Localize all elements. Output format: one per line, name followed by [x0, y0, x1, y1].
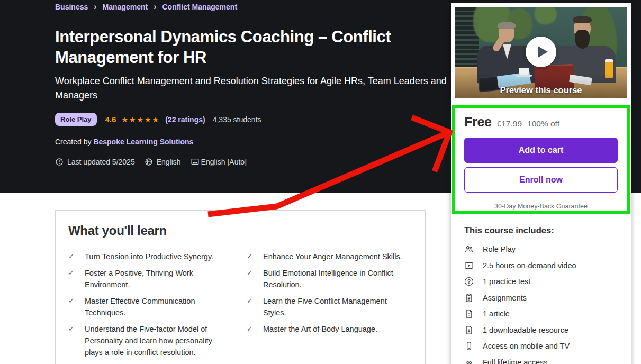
breadcrumb-link-conflict-management[interactable]: Conflict Management — [162, 3, 237, 11]
closed-captions-icon — [191, 157, 200, 166]
check-icon — [68, 323, 76, 358]
juice-glass-decor — [605, 59, 613, 78]
learn-item-text: Build Emotional Intelligence in Conflict… — [263, 267, 406, 290]
purchase-sidebar-card: Preview this course Free €17.99 100% off… — [451, 3, 631, 364]
chevron-right-icon — [94, 3, 96, 11]
learn-item: Master Effective Communication Technique… — [68, 295, 234, 319]
play-button[interactable] — [526, 37, 556, 67]
learn-item-text: Master Effective Communication Technique… — [85, 295, 228, 319]
price-row: Free €17.99 100% off — [464, 114, 618, 130]
breadcrumb-link-business[interactable]: Business — [55, 3, 88, 11]
learn-item: Learn the Five Conflict Management Style… — [247, 295, 412, 319]
infinity-icon — [464, 358, 474, 364]
includes-item: Role Play — [464, 241, 618, 258]
role-play-badge: Role Play — [55, 113, 97, 126]
question-circle-icon — [464, 277, 474, 286]
money-back-guarantee: 30-Day Money-Back Guarantee — [464, 203, 618, 210]
learn-item: Understand the Five-factor Model of Pers… — [68, 323, 234, 358]
students-count: 4,335 students — [213, 115, 261, 124]
learn-item-text: Learn the Five Conflict Management Style… — [263, 295, 406, 319]
course-subtitle: Workplace Conflict Management and Resolu… — [55, 74, 468, 103]
price-discount: 100% off — [527, 119, 559, 129]
play-icon — [538, 46, 548, 58]
check-icon — [247, 323, 254, 358]
includes-item: 2.5 hours on-demand video — [464, 258, 618, 274]
includes-label: 1 downloadable resource — [483, 326, 568, 334]
what-youll-learn-title: What you'll learn — [68, 223, 412, 238]
video-thumbnail[interactable]: Preview this course — [455, 7, 627, 98]
ratings-count-link[interactable]: (22 ratings) — [165, 115, 205, 124]
learn-item-text: Understand the Five-factor Model of Pers… — [85, 323, 228, 358]
course-title: Interpersonal Dynamics Coaching – Confli… — [55, 26, 464, 68]
add-to-cart-button[interactable]: Add to cart — [464, 138, 618, 163]
person-right — [552, 18, 616, 83]
includes-item: 1 article — [464, 306, 618, 322]
rating-row: Role Play 4.6 ★★★★★☆ (22 ratings) 4,335 … — [55, 113, 261, 126]
learn-item: Turn Tension into Productive Synergy. — [68, 251, 234, 262]
learn-item-text: Turn Tension into Productive Synergy. — [85, 251, 213, 262]
includes-item: Full lifetime access — [464, 354, 618, 364]
learn-item-text: Master the Art of Body Language. — [263, 323, 377, 358]
price-original: €17.99 — [497, 119, 522, 129]
globe-icon — [145, 158, 153, 166]
check-icon — [68, 251, 76, 262]
users-icon — [464, 244, 474, 254]
includes-label: Full lifetime access — [483, 358, 547, 364]
hero-content: Business Management Conflict Management … — [55, 0, 470, 193]
breadcrumb: Business Management Conflict Management — [55, 3, 237, 11]
last-updated: Last updated 5/2025 — [55, 158, 135, 166]
article-icon — [464, 309, 474, 319]
includes-item: 1 downloadable resource — [464, 322, 618, 339]
includes-label: 1 article — [483, 310, 510, 318]
enroll-now-button[interactable]: Enroll now — [464, 167, 618, 193]
check-icon — [247, 267, 254, 290]
captions-label: English [Auto] — [201, 158, 247, 166]
instructor-link[interactable]: Bespoke Learning Solutions — [93, 138, 193, 146]
includes-label: Role Play — [483, 245, 516, 253]
learn-item-text: Foster a Positive, Thriving Work Environ… — [85, 267, 228, 290]
chevron-right-icon — [154, 3, 156, 11]
rating-value: 4.6 — [105, 115, 116, 124]
mobile-icon — [464, 341, 474, 351]
includes-label: 2.5 hours on-demand video — [483, 261, 576, 270]
course-includes-title: This course includes: — [464, 225, 618, 235]
check-icon — [247, 295, 254, 319]
check-icon — [247, 251, 254, 262]
includes-label: Assignments — [483, 294, 527, 302]
includes-label: 1 practice test — [483, 277, 530, 286]
created-by-row: Created by Bespoke Learning Solutions — [55, 138, 193, 146]
learn-item: Master the Art of Body Language. — [247, 323, 412, 358]
purchase-section: Free €17.99 100% off Add to cart Enroll … — [451, 114, 631, 364]
course-meta-row: Last updated 5/2025 English English [Aut… — [55, 157, 247, 166]
includes-item: Assignments — [464, 290, 618, 306]
includes-item: 1 practice test — [464, 274, 618, 290]
star-rating: ★★★★★☆ — [121, 115, 160, 124]
learn-items-grid: Turn Tension into Productive Synergy. En… — [68, 251, 412, 364]
what-youll-learn-panel: What you'll learn Turn Tension into Prod… — [55, 210, 426, 364]
learn-item-text: Enhance Your Anger Management Skills. — [263, 251, 402, 262]
includes-label: Access on mobile and TV — [483, 342, 570, 350]
alert-circle-icon — [55, 158, 64, 166]
coffee-cup-decor — [519, 68, 529, 75]
price-current: Free — [464, 114, 492, 130]
course-captions: English [Auto] — [191, 157, 247, 166]
download-file-icon — [464, 325, 474, 335]
last-updated-label: Last updated 5/2025 — [67, 158, 135, 166]
video-play-icon — [464, 261, 474, 270]
learn-item: Build Emotional Intelligence in Conflict… — [247, 267, 412, 290]
check-icon — [68, 267, 76, 290]
check-icon — [68, 295, 76, 319]
preview-course-label[interactable]: Preview this course — [455, 85, 627, 95]
language-label: English — [157, 158, 181, 166]
course-includes-list: Role Play 2.5 hours on-demand video 1 pr… — [464, 241, 618, 364]
course-language: English — [145, 158, 181, 166]
learn-item: Foster a Positive, Thriving Work Environ… — [68, 267, 234, 290]
breadcrumb-link-management[interactable]: Management — [103, 3, 148, 11]
created-by-label: Created by — [55, 138, 91, 146]
learn-item: Enhance Your Anger Management Skills. — [247, 251, 412, 262]
saucer-decor — [516, 74, 532, 77]
clipboard-icon — [464, 293, 474, 303]
includes-item: Access on mobile and TV — [464, 338, 618, 354]
paper-decor — [569, 75, 592, 85]
